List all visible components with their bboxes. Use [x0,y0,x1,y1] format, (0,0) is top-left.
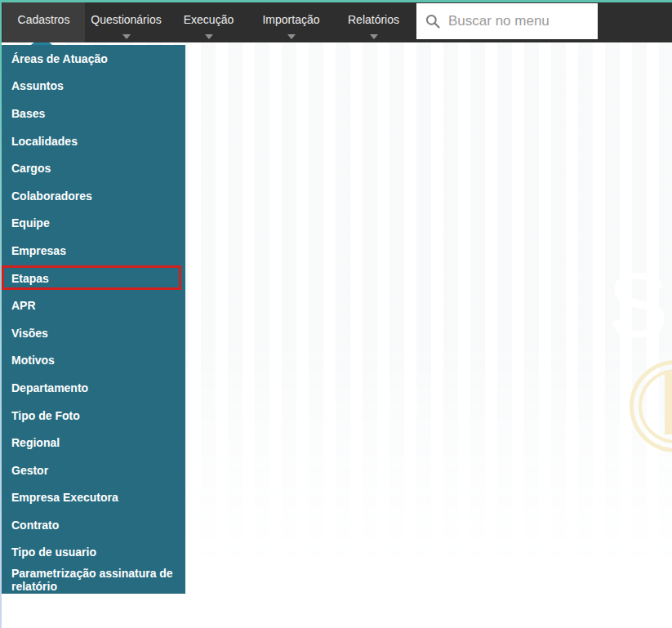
chevron-down-icon [205,34,213,39]
dropdown-menu-item-label: Regional [11,436,60,449]
app-screen: S Cadastros Questionários Execução Impor… [0,0,672,628]
dropdown-menu-item-label: Visões [11,327,48,340]
top-navigation-bar: Cadastros Questionários Execução Importa… [0,0,672,42]
dropdown-menu-item[interactable]: Etapas [2,265,185,292]
dropdown-menu-item[interactable]: Áreas de Atuação [2,45,185,73]
dropdown-menu-item[interactable]: Localidades [2,127,185,155]
nav-tab-label: Questionários [91,13,161,33]
nav-tab[interactable]: Cadastros [2,2,85,42]
dropdown-menu-item-label: Empresa Executora [11,491,118,504]
dropdown-menu-item-label: Etapas [11,272,49,285]
dropdown-menu-item-label: Equipe [11,216,50,229]
dropdown-menu-item[interactable]: Regional [2,429,185,457]
dropdown-menu-item[interactable]: Empresa Executora [2,484,185,512]
dropdown-menu-item[interactable]: Departamento [2,374,185,402]
dropdown-menu-item-label: Empresas [11,244,66,257]
logo-watermark-letter: S [607,260,667,351]
dropdown-menu-item[interactable]: Motivos [2,347,185,375]
nav-tab[interactable]: Execução [167,2,250,42]
nav-tab-label: Execução [184,13,234,33]
dropdown-menu-item[interactable]: Colaboradores [2,182,185,210]
dropdown-menu-item-label: Áreas de Atuação [11,52,108,65]
dropdown-menu-item[interactable]: Cargos [2,154,185,182]
dropdown-menu-item-label: Tipo de Foto [11,409,80,422]
dropdown-menu-item-label: Cargos [11,162,51,175]
dropdown-menu-item[interactable]: Gestor [2,457,185,484]
dropdown-menu-item-label: Contrato [11,519,59,532]
dropdown-menu-item[interactable]: APR [2,292,185,319]
dropdown-menu-item[interactable]: Visões [2,319,185,347]
dropdown-menu-item-label: Bases [11,107,45,120]
logo-watermark-bar [665,373,672,434]
chevron-down-icon [370,34,378,39]
nav-tab[interactable]: Relatórios [332,2,415,42]
dropdown-menu-item-label: Assuntos [11,79,64,92]
chevron-down-icon [287,34,296,39]
dropdown-menu-item-label: Departamento [11,381,88,394]
dropdown-menu-item-label: Gestor [11,464,48,477]
nav-tab-label: Relatórios [348,13,399,33]
dropdown-menu-item[interactable]: Assuntos [2,73,185,100]
search-icon [425,13,441,29]
nav-tab[interactable]: Importação [250,2,332,42]
dropdown-menu-item[interactable]: Equipe [2,210,185,238]
dropdown-menu-item[interactable]: Parametrização assinatura de relatório [2,566,185,594]
page-left-border [0,0,2,628]
dropdown-menu-item-label: Motivos [11,354,55,367]
nav-tabs: Cadastros Questionários Execução Importa… [2,2,415,42]
dropdown-menu-item[interactable]: Contrato [2,511,185,539]
dropdown-menu-item[interactable]: Tipo de usuario [2,539,185,567]
dropdown-menu-item[interactable]: Bases [2,100,185,127]
dropdown-menu-item-label: APR [11,299,36,312]
dropdown-menu-item[interactable]: Empresas [2,237,185,265]
dropdown-menu-item-label: Colaboradores [11,189,92,203]
chevron-down-icon [122,34,131,39]
nav-tab-label: Importação [262,13,319,33]
nav-tab[interactable]: Questionários [85,2,167,42]
dropdown-menu-item-label: Tipo de usuario [11,546,96,559]
dropdown-menu-item[interactable]: Tipo de Foto [2,402,185,430]
cadastros-dropdown-menu: Áreas de Atuação Assuntos Bases Localida… [2,45,185,594]
dropdown-menu-item-label: Parametrização assinatura de relatório [11,567,185,593]
search-input[interactable] [448,13,590,29]
menu-search-box [416,3,598,39]
dropdown-menu-item-label: Localidades [11,135,78,148]
nav-tab-label: Cadastros [18,13,70,33]
